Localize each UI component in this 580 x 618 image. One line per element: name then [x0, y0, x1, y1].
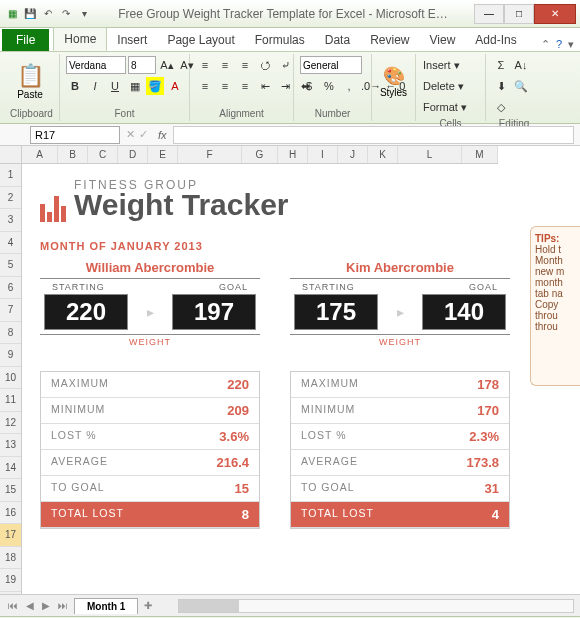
help-icon[interactable]: ? — [556, 38, 562, 51]
row-header[interactable]: 13 — [0, 434, 21, 457]
row-header[interactable]: 8 — [0, 322, 21, 345]
tab-insert[interactable]: Insert — [107, 29, 157, 51]
col-header[interactable]: M — [462, 146, 498, 163]
row-headers[interactable]: 12345678910111213141516171819 — [0, 164, 22, 594]
find-icon[interactable]: 🔍 — [512, 77, 530, 95]
formula-input[interactable] — [173, 126, 574, 144]
col-header[interactable]: J — [338, 146, 368, 163]
font-color-icon[interactable]: A — [166, 77, 184, 95]
col-header[interactable]: E — [148, 146, 178, 163]
percent-icon[interactable]: % — [320, 77, 338, 95]
row-header[interactable]: 5 — [0, 254, 21, 277]
col-header[interactable]: C — [88, 146, 118, 163]
col-header[interactable]: L — [398, 146, 462, 163]
new-sheet-icon[interactable]: ✚ — [142, 600, 154, 611]
align-middle-icon[interactable]: ≡ — [216, 56, 234, 74]
enter-formula-icon[interactable]: ✓ — [139, 128, 148, 141]
row-header[interactable]: 10 — [0, 367, 21, 390]
wrap-text-icon[interactable]: ⤶ — [276, 56, 294, 74]
file-tab[interactable]: File — [2, 29, 49, 51]
cancel-formula-icon[interactable]: ✕ — [126, 128, 135, 141]
row-header[interactable]: 1 — [0, 164, 21, 187]
col-header[interactable]: H — [278, 146, 308, 163]
fill-icon[interactable]: ⬇ — [492, 77, 510, 95]
clear-icon[interactable]: ◇ — [492, 98, 510, 116]
select-all-corner[interactable] — [0, 146, 22, 164]
col-header[interactable]: D — [118, 146, 148, 163]
col-header[interactable]: B — [58, 146, 88, 163]
font-name-select[interactable]: Verdana — [66, 56, 126, 74]
bold-button[interactable]: B — [66, 77, 84, 95]
scrollbar-thumb[interactable] — [179, 600, 239, 612]
row-header[interactable]: 2 — [0, 187, 21, 210]
horizontal-scrollbar[interactable] — [178, 599, 574, 613]
indent-inc-icon[interactable]: ⇥ — [276, 77, 294, 95]
fx-icon[interactable]: fx — [158, 129, 167, 141]
name-box[interactable]: R17 — [30, 126, 120, 144]
row-header[interactable]: 19 — [0, 569, 21, 592]
col-header[interactable]: I — [308, 146, 338, 163]
tab-home[interactable]: Home — [53, 27, 107, 51]
column-headers[interactable]: ABCDEFGHIJKLM — [22, 146, 498, 164]
currency-icon[interactable]: $ — [300, 77, 318, 95]
align-right-icon[interactable]: ≡ — [236, 77, 254, 95]
font-size-select[interactable]: 8 — [128, 56, 156, 74]
styles-button[interactable]: 🎨Styles — [378, 56, 409, 106]
tab-formulas[interactable]: Formulas — [245, 29, 315, 51]
number-format-select[interactable]: General — [300, 56, 362, 74]
row-header[interactable]: 7 — [0, 299, 21, 322]
tab-review[interactable]: Review — [360, 29, 419, 51]
sheet-tab[interactable]: Month 1 — [74, 598, 138, 614]
fill-color-icon[interactable]: 🪣 — [146, 77, 164, 95]
autosum-icon[interactable]: Σ — [492, 56, 510, 74]
tab-nav-next-icon[interactable]: ▶ — [40, 600, 52, 611]
row-header[interactable]: 11 — [0, 389, 21, 412]
grow-font-icon[interactable]: A▴ — [158, 56, 176, 74]
italic-button[interactable]: I — [86, 77, 104, 95]
maximize-button[interactable]: □ — [504, 4, 534, 24]
row-header[interactable]: 18 — [0, 547, 21, 570]
save-icon[interactable]: 💾 — [22, 6, 38, 22]
delete-cells-button[interactable]: Delete ▾ — [422, 77, 482, 95]
align-bottom-icon[interactable]: ≡ — [236, 56, 254, 74]
comma-icon[interactable]: , — [340, 77, 358, 95]
align-top-icon[interactable]: ≡ — [196, 56, 214, 74]
col-header[interactable]: K — [368, 146, 398, 163]
border-icon[interactable]: ▦ — [126, 77, 144, 95]
indent-dec-icon[interactable]: ⇤ — [256, 77, 274, 95]
tab-page-layout[interactable]: Page Layout — [157, 29, 244, 51]
row-header[interactable]: 4 — [0, 232, 21, 255]
close-button[interactable]: ✕ — [534, 4, 576, 24]
tab-data[interactable]: Data — [315, 29, 360, 51]
tab-nav-prev-icon[interactable]: ◀ — [24, 600, 36, 611]
redo-icon[interactable]: ↷ — [58, 6, 74, 22]
undo-icon[interactable]: ↶ — [40, 6, 56, 22]
row-header[interactable]: 15 — [0, 479, 21, 502]
row-header[interactable]: 3 — [0, 209, 21, 232]
ribbon-opts-icon[interactable]: ▾ — [568, 38, 574, 51]
tab-nav-first-icon[interactable]: ⏮ — [6, 600, 20, 611]
col-header[interactable]: A — [22, 146, 58, 163]
qat-dropdown-icon[interactable]: ▾ — [76, 6, 92, 22]
row-header[interactable]: 16 — [0, 502, 21, 525]
underline-button[interactable]: U — [106, 77, 124, 95]
row-header[interactable]: 12 — [0, 412, 21, 435]
minimize-button[interactable]: — — [474, 4, 504, 24]
tab-view[interactable]: View — [420, 29, 466, 51]
paste-button[interactable]: 📋Paste — [10, 56, 50, 106]
col-header[interactable]: G — [242, 146, 278, 163]
format-cells-button[interactable]: Format ▾ — [422, 98, 482, 116]
ribbon-minimize-icon[interactable]: ⌃ — [541, 38, 550, 51]
row-header[interactable]: 9 — [0, 344, 21, 367]
spreadsheet-grid[interactable]: 12345678910111213141516171819 FITNESS GR… — [0, 164, 580, 594]
sort-icon[interactable]: A↓ — [512, 56, 530, 74]
tab-nav-last-icon[interactable]: ⏭ — [56, 600, 70, 611]
orientation-icon[interactable]: ⭯ — [256, 56, 274, 74]
insert-cells-button[interactable]: Insert ▾ — [422, 56, 482, 74]
align-left-icon[interactable]: ≡ — [196, 77, 214, 95]
tab-addins[interactable]: Add-Ins — [465, 29, 526, 51]
row-header[interactable]: 14 — [0, 457, 21, 480]
row-header[interactable]: 6 — [0, 277, 21, 300]
align-center-icon[interactable]: ≡ — [216, 77, 234, 95]
row-header[interactable]: 17 — [0, 524, 21, 547]
